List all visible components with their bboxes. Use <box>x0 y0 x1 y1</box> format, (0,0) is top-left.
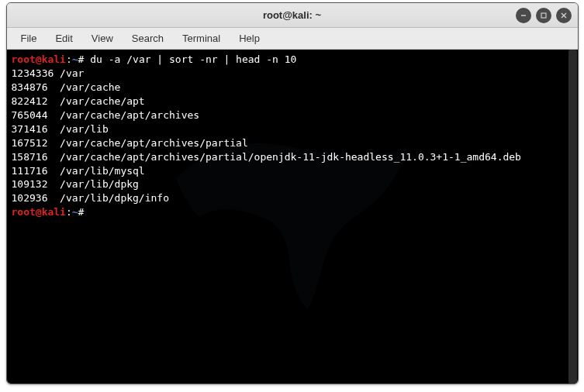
output-line: 834876 /var/cache <box>12 81 573 95</box>
prompt-path: ~ <box>72 206 78 218</box>
window-controls <box>516 8 572 23</box>
output-line: 1234336 /var <box>12 67 573 81</box>
maximize-button[interactable] <box>536 8 551 23</box>
close-icon <box>560 12 568 19</box>
terminal-content: root@kali:~# du -a /var | sort -nr | hea… <box>12 53 573 219</box>
menu-search[interactable]: Search <box>124 30 171 46</box>
window-title: root@kali: ~ <box>263 9 321 21</box>
output-line: 765044 /var/cache/apt/archives <box>12 108 573 122</box>
prompt-separator: : <box>66 53 72 65</box>
prompt-user-host: root@kali <box>12 53 66 65</box>
prompt-symbol: # <box>78 206 91 218</box>
prompt-separator: : <box>66 206 72 218</box>
command-line: root@kali:~# du -a /var | sort -nr | hea… <box>12 53 573 67</box>
minimize-button[interactable] <box>516 8 531 23</box>
minimize-icon <box>520 12 527 19</box>
output-line: 111716 /var/lib/mysql <box>12 164 573 178</box>
terminal-area[interactable]: root@kali:~# du -a /var | sort -nr | hea… <box>7 50 578 383</box>
prompt-line: root@kali:~# <box>12 205 573 219</box>
menu-edit[interactable]: Edit <box>47 30 80 46</box>
terminal-window: root@kali: ~ File Edit View Search Termi… <box>6 2 579 384</box>
output-line: 102936 /var/lib/dpkg/info <box>12 191 573 205</box>
prompt-path: ~ <box>72 53 78 65</box>
maximize-icon <box>540 12 548 19</box>
close-button[interactable] <box>556 8 572 23</box>
menu-help[interactable]: Help <box>231 30 268 46</box>
output-line: 822412 /var/cache/apt <box>12 95 573 108</box>
prompt-user-host: root@kali <box>12 206 66 218</box>
menu-view[interactable]: View <box>84 30 121 46</box>
svg-rect-1 <box>541 13 546 18</box>
output-line: 167512 /var/cache/apt/archives/partial <box>12 136 573 150</box>
command-text: du -a /var | sort -nr | head -n 10 <box>90 53 296 65</box>
output-line: 109132 /var/lib/dpkg <box>12 177 573 191</box>
output-line: 371416 /var/lib <box>12 122 573 136</box>
titlebar: root@kali: ~ <box>7 3 578 28</box>
prompt-symbol: # <box>78 53 91 65</box>
menu-file[interactable]: File <box>13 30 45 46</box>
menu-terminal[interactable]: Terminal <box>175 30 228 46</box>
output-line: 158716 /var/cache/apt/archives/partial/o… <box>12 150 573 164</box>
menubar: File Edit View Search Terminal Help <box>7 28 578 50</box>
